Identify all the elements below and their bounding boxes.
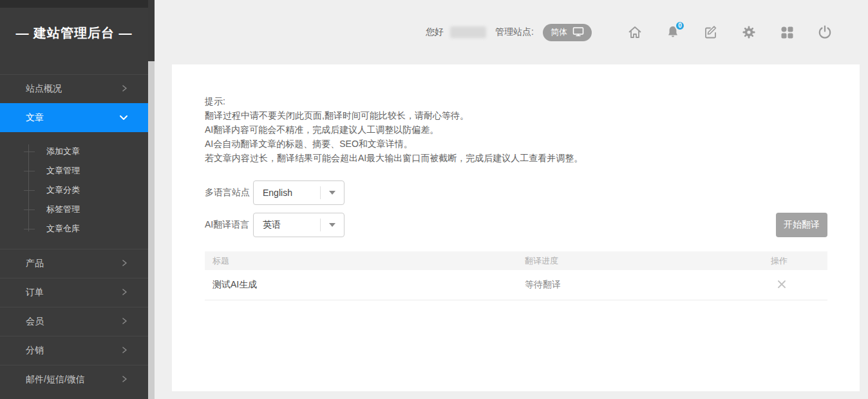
sidebar-subitem-article-manage[interactable]: 文章管理	[0, 161, 148, 180]
subitem-label: 文章管理	[46, 166, 80, 175]
multilang-site-label: 多语言站点	[205, 187, 253, 199]
sidebar-item-site-overview[interactable]: 站点概况	[0, 74, 148, 103]
sidebar-item-orders[interactable]: 订单	[0, 278, 148, 307]
subitem-label: 添加文章	[46, 146, 80, 156]
sidebar-subitem-add-article[interactable]: 添加文章	[0, 142, 148, 161]
col-header-title: 标题	[205, 255, 525, 267]
submenu-tick	[24, 209, 35, 210]
site-language-label: 简体	[551, 26, 567, 38]
chevron-right-icon	[120, 258, 129, 269]
col-header-progress: 翻译进度	[525, 255, 771, 267]
apps-grid-icon[interactable]	[779, 24, 795, 40]
start-translation-button[interactable]: 开始翻译	[776, 213, 827, 237]
top-header: 您好 管理站点: 简体 0	[155, 0, 868, 64]
sidebar-item-products[interactable]: 产品	[0, 249, 148, 278]
row-progress: 等待翻译	[525, 279, 771, 291]
sidebar-subitem-article-warehouse[interactable]: 文章仓库	[0, 219, 148, 238]
sidebar-scrollbar[interactable]	[148, 0, 155, 399]
sidebar-item-distribution[interactable]: 分销	[0, 336, 148, 365]
sidebar-subitem-article-category[interactable]: 文章分类	[0, 180, 148, 200]
chevron-right-icon	[120, 316, 129, 327]
sidebar-item-articles[interactable]: 文章	[0, 103, 148, 132]
chevron-right-icon	[120, 345, 129, 356]
dropdown-arrow-icon	[329, 191, 335, 195]
sidebar-item-label: 会员	[26, 316, 44, 327]
col-header-operation: 操作	[771, 255, 827, 267]
select-divider	[320, 186, 321, 199]
home-icon[interactable]	[627, 24, 643, 40]
chevron-right-icon	[120, 375, 129, 385]
redacted-username	[450, 26, 486, 38]
monitor-icon	[572, 26, 584, 39]
sidebar-item-email-sms-wechat[interactable]: 邮件/短信/微信	[0, 365, 148, 394]
row-title: 测试AI生成	[205, 279, 525, 291]
delete-icon[interactable]	[776, 278, 788, 290]
sidebar-item-label: 订单	[26, 287, 44, 298]
hint-line: AI会自动翻译文章的标题、摘要、SEO和文章详情。	[205, 137, 583, 151]
logout-power-icon[interactable]	[817, 24, 833, 40]
sidebar-item-label: 产品	[26, 258, 44, 269]
submenu-tick	[24, 229, 35, 229]
main-content-panel: 提示: 翻译过程中请不要关闭此页面,翻译时间可能比较长，请耐心等待。 AI翻译内…	[172, 64, 860, 391]
hint-line: 翻译过程中请不要关闭此页面,翻译时间可能比较长，请耐心等待。	[205, 108, 583, 122]
subitem-label: 标签管理	[46, 204, 80, 214]
sidebar-item-label: 分销	[26, 345, 44, 356]
app-title: — 建站管理后台 —	[0, 24, 148, 42]
table-header-row: 标题 翻译进度 操作	[205, 251, 827, 270]
subitem-label: 文章分类	[46, 185, 80, 195]
site-language-pill[interactable]: 简体	[543, 24, 592, 41]
submenu-tick	[24, 151, 35, 152]
manage-site-label: 管理站点:	[495, 26, 534, 38]
hint-line: AI翻译内容可能会不精准，完成后建议人工调整以防偏差。	[205, 122, 583, 137]
multilang-site-value: English	[254, 188, 320, 198]
hint-title: 提示:	[205, 94, 583, 108]
chevron-right-icon	[120, 287, 129, 298]
sidebar-item-members[interactable]: 会员	[0, 307, 148, 336]
multilang-site-row: 多语言站点 English	[205, 180, 344, 205]
notification-badge: 0	[675, 21, 685, 31]
ai-language-select[interactable]: 英语	[253, 213, 344, 237]
submenu-tick	[24, 190, 35, 191]
translation-table: 标题 翻译进度 操作 测试AI生成 等待翻译	[205, 251, 827, 300]
sidebar-menu: 站点概况 文章 添加文章 文章管理 文章分类	[0, 74, 148, 394]
sidebar-item-label: 站点概况	[26, 83, 62, 95]
chevron-down-icon	[118, 113, 129, 124]
greeting-text: 您好	[426, 26, 444, 38]
sidebar-item-label: 文章	[26, 112, 44, 124]
articles-submenu: 添加文章 文章管理 文章分类 标签管理 文章仓库	[0, 132, 148, 249]
sidebar-subitem-tag-manage[interactable]: 标签管理	[0, 200, 148, 219]
multilang-site-select[interactable]: English	[253, 180, 344, 205]
select-divider	[320, 219, 321, 231]
sidebar: — 建站管理后台 — 站点概况 文章 添加文章 文章管理	[0, 0, 155, 399]
dropdown-arrow-icon	[329, 223, 335, 227]
hint-block: 提示: 翻译过程中请不要关闭此页面,翻译时间可能比较长，请耐心等待。 AI翻译内…	[205, 94, 583, 165]
sidebar-item-label: 邮件/短信/微信	[26, 374, 85, 385]
hint-line: 若文章内容过长，翻译结果可能会超出AI最大输出窗口而被截断，完成后建议人工查看并…	[205, 151, 583, 165]
chevron-right-icon	[120, 84, 129, 95]
ai-language-label: AI翻译语言	[205, 219, 253, 231]
submenu-tick	[24, 171, 35, 171]
sidebar-top-strip	[0, 0, 148, 8]
ai-language-value: 英语	[254, 219, 320, 231]
ai-language-row: AI翻译语言 英语	[205, 213, 344, 237]
settings-gear-icon[interactable]	[741, 24, 757, 40]
notifications-bell-icon[interactable]: 0	[665, 24, 681, 40]
table-row: 测试AI生成 等待翻译	[205, 270, 827, 300]
subitem-label: 文章仓库	[46, 224, 80, 233]
sidebar-scrollbar-thumb[interactable]	[148, 0, 155, 61]
edit-icon[interactable]	[703, 24, 719, 40]
